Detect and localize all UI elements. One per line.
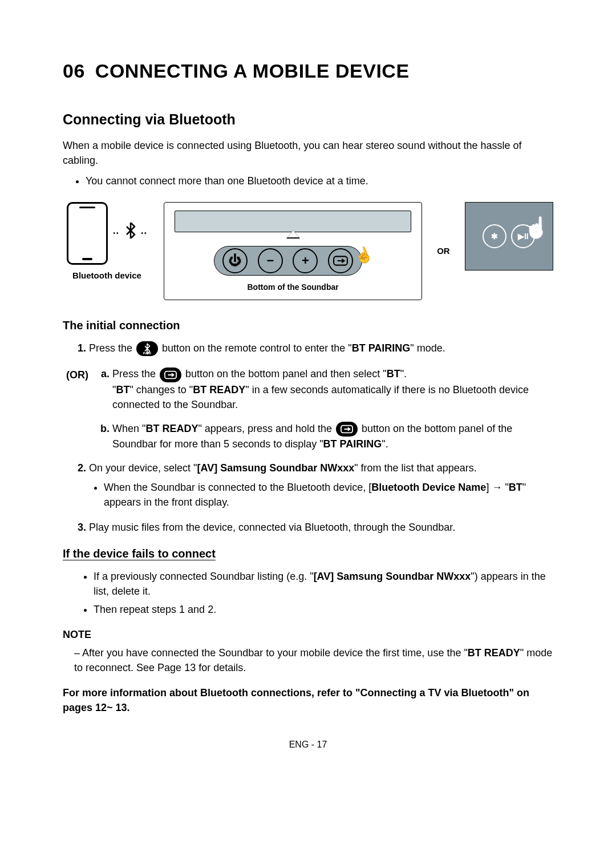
figure-panel-label: Bottom of the Soundbar	[248, 281, 339, 293]
chapter-number: 06	[63, 60, 85, 82]
soundbar-panel-icon: ⏻ − +	[214, 246, 362, 276]
reference-paragraph: For more information about Bluetooth con…	[63, 685, 553, 715]
volume-down-button-icon: −	[258, 248, 283, 273]
chapter-title-text: CONNECTING A MOBILE DEVICE	[95, 60, 410, 82]
intro-bullet: You cannot connect more than one Bluetoo…	[86, 173, 553, 188]
page-footer: ENG - 17	[63, 738, 553, 751]
fail-heading: If the device fails to connect	[63, 546, 553, 562]
note-item: After you have connected the Soundbar to…	[74, 645, 553, 675]
section-heading: Connecting via Bluetooth	[63, 109, 553, 130]
initial-connection-heading: The initial connection	[63, 317, 553, 334]
fail-bullet-2: Then repeat steps 1 and 2.	[94, 602, 553, 617]
phone-icon	[67, 202, 108, 265]
figure-or-label: OR	[437, 245, 450, 257]
step-1a: Press the button on the bottom panel and…	[112, 366, 553, 411]
source-button-icon	[328, 248, 353, 273]
step-3: Play music files from the device, connec…	[89, 520, 553, 535]
touch-pair-icon: ✱	[483, 224, 506, 248]
or-label: (OR)	[66, 366, 88, 382]
step-2: On your device, select "[AV] Samsung Sou…	[89, 461, 553, 510]
hand-touch-icon: ☝	[524, 213, 549, 243]
step-1b: When "BT READY" appears, press and hold …	[112, 421, 553, 451]
bluetooth-icon	[125, 222, 136, 245]
touch-panel-icon: ✱ ▶II ☝	[465, 202, 553, 270]
remote-pair-button-icon: PAIR	[136, 341, 158, 356]
note-heading: NOTE	[63, 627, 553, 642]
power-button-icon: ⏻	[222, 248, 248, 273]
panel-source-button-icon-2	[336, 422, 358, 437]
figure-device-label: Bluetooth device	[72, 269, 141, 282]
fail-bullet-1: If a previously connected Soundbar listi…	[94, 569, 553, 599]
volume-up-button-icon: +	[293, 248, 318, 273]
panel-source-button-icon	[160, 368, 181, 382]
chapter-title: 06CONNECTING A MOBILE DEVICE	[63, 57, 553, 85]
step-1: Press the PAIR button on the remote cont…	[89, 341, 553, 356]
step-2-sub: When the Soundbar is connected to the Bl…	[104, 480, 553, 510]
connection-figure: •• •• Bluetooth device ⏻ − + ☝ Bottom of…	[63, 202, 553, 300]
intro-paragraph: When a mobile device is connected using …	[63, 138, 553, 168]
soundbar-top-icon	[175, 211, 411, 232]
signal-dots-left-icon: ••	[114, 229, 120, 238]
signal-dots-right-icon: ••	[141, 229, 148, 238]
